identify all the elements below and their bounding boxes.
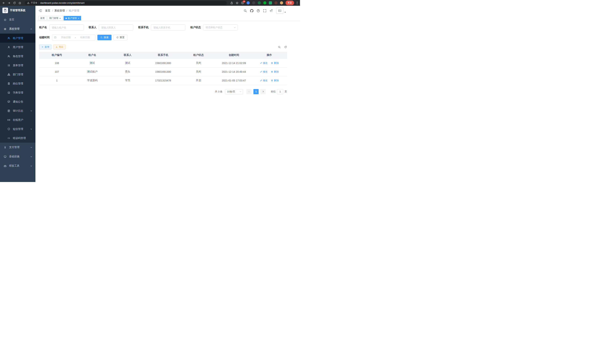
select-placeholder: 请选择租户状态 xyxy=(206,26,223,29)
toolbox-icon xyxy=(4,165,7,167)
start-date-placeholder: 开始日期 xyxy=(58,36,74,39)
search-button-label: 搜索 xyxy=(104,36,109,39)
font-size-icon[interactable] xyxy=(270,9,273,12)
trash-icon xyxy=(271,79,273,82)
extension-puzzle-icon[interactable] xyxy=(274,1,278,4)
chrome-profile-avatar[interactable] xyxy=(280,1,283,4)
status-select[interactable]: 请选择租户状态 xyxy=(203,25,238,30)
page-number-1[interactable]: 1 xyxy=(253,89,259,94)
table-row: 108 测试 测试 15601691300 关闭 2021-12-14 21:0… xyxy=(39,59,287,67)
sidebar-item-label: 错误码管理 xyxy=(13,137,26,140)
hide-search-icon[interactable] xyxy=(278,46,281,48)
help-icon[interactable] xyxy=(257,9,260,12)
code-icon xyxy=(7,137,10,140)
breadcrumb-section[interactable]: 系统管理 xyxy=(54,9,65,12)
prev-page-button[interactable] xyxy=(246,89,252,94)
sidebar-item-menu[interactable]: 菜单管理 xyxy=(0,61,36,70)
edit-label: 修改 xyxy=(263,61,268,65)
sidebar-item-payment[interactable]: 支付管理 xyxy=(0,143,36,152)
sidebar-item-audit-log[interactable]: 审计日志 xyxy=(0,106,36,115)
sidebar-item-dev-tools[interactable]: 研发工具 xyxy=(0,161,36,170)
tab-home[interactable]: 首页 xyxy=(38,16,47,20)
tab-tenant[interactable]: 租户管理 × xyxy=(64,16,81,20)
github-icon[interactable] xyxy=(250,9,253,12)
book-icon xyxy=(7,91,10,94)
monitor-icon xyxy=(4,155,7,158)
refresh-icon[interactable] xyxy=(284,46,287,48)
sidebar-item-dict[interactable]: 字典管理 xyxy=(0,88,36,97)
mobile-input[interactable] xyxy=(151,25,186,30)
cell-id: 1 xyxy=(39,76,75,85)
add-button[interactable]: 新增 xyxy=(39,45,51,49)
extension-icon-4[interactable] xyxy=(258,1,261,4)
address-divider xyxy=(39,2,39,4)
fullscreen-icon[interactable] xyxy=(263,9,266,12)
edit-icon xyxy=(260,71,262,73)
sidebar-item-notice[interactable]: 通知公告 xyxy=(0,97,36,106)
delete-button[interactable]: 删除 xyxy=(271,79,279,82)
edit-button[interactable]: 修改 xyxy=(260,61,268,65)
extension-icon-6[interactable] xyxy=(269,1,272,4)
user-avatar-menu[interactable] xyxy=(276,8,286,14)
sidebar-item-user[interactable]: 用户管理 xyxy=(0,43,36,52)
sidebar-item-online-user[interactable]: 在线用户 xyxy=(0,115,36,124)
extension-icon-5[interactable] xyxy=(263,1,266,4)
next-page-button[interactable] xyxy=(261,89,266,94)
active-tab-dot xyxy=(66,18,67,19)
close-icon[interactable]: × xyxy=(78,17,79,19)
sidebar-logo[interactable]: 芋道管理系统 xyxy=(0,6,36,15)
extension-icon-2[interactable] xyxy=(247,1,250,4)
goto-page-input[interactable] xyxy=(277,89,283,94)
sidebar-item-sms[interactable]: 短信管理 xyxy=(0,124,36,134)
chevron-down-icon xyxy=(30,146,32,149)
address-bar[interactable]: 不安全 dashboard.yudao.iocoder.cn/system/te… xyxy=(25,1,227,5)
bookmark-star-icon[interactable] xyxy=(236,1,239,4)
forward-icon[interactable] xyxy=(8,1,10,4)
export-button[interactable]: 导出 xyxy=(53,45,66,49)
delete-button[interactable]: 删除 xyxy=(271,70,279,74)
tab-dept[interactable]: 部门管理 × xyxy=(47,16,63,20)
trash-icon xyxy=(271,62,273,64)
tenant-name-input[interactable] xyxy=(49,25,84,30)
page-size-select[interactable]: 10条/页 xyxy=(225,89,243,94)
edit-button[interactable]: 修改 xyxy=(260,70,268,74)
cell-actions: 修改 删除 xyxy=(252,67,287,76)
page-content: 租户名 联系人 联系手机 租户状态 请选择租户状态 xyxy=(36,21,300,182)
export-button-label: 导出 xyxy=(59,46,63,49)
reload-icon[interactable] xyxy=(13,1,16,4)
sidebar-item-system[interactable]: 系统管理 xyxy=(0,24,36,34)
sidebar-item-tenant[interactable]: 租户管理 xyxy=(0,34,36,43)
sidebar-item-infra[interactable]: 基础设施 xyxy=(0,152,36,161)
extension-icon-3[interactable] xyxy=(252,1,255,4)
sidebar-item-label: 审计日志 xyxy=(13,109,23,113)
browser-home-icon[interactable] xyxy=(18,1,21,4)
filter-status: 租户状态 请选择租户状态 xyxy=(190,25,238,30)
browser-update-button[interactable]: 更新 xyxy=(286,0,294,5)
sidebar-item-label: 字典管理 xyxy=(13,91,23,94)
delete-button[interactable]: 删除 xyxy=(271,61,279,65)
search-button[interactable]: 搜索 xyxy=(97,35,112,40)
edit-button[interactable]: 修改 xyxy=(260,79,268,82)
url-text[interactable]: dashboard.yudao.iocoder.cn/system/tenant xyxy=(40,2,84,4)
sidebar-fold-icon[interactable] xyxy=(38,9,42,12)
search-icon[interactable] xyxy=(244,9,247,12)
extension-icon-1[interactable]: 10 xyxy=(241,1,244,4)
sidebar-item-home[interactable]: 首页 xyxy=(0,15,36,24)
reset-button[interactable]: 重置 xyxy=(113,35,127,40)
cell-contact: 测试 xyxy=(110,59,145,67)
breadcrumb-home[interactable]: 首页 xyxy=(45,9,50,12)
cell-mobile: 17321315478 xyxy=(145,76,181,85)
browser-menu-icon[interactable] xyxy=(297,1,298,5)
security-label[interactable]: 不安全 xyxy=(31,1,38,4)
sidebar-item-role[interactable]: 角色管理 xyxy=(0,52,36,61)
share-icon[interactable] xyxy=(230,1,233,4)
close-icon[interactable]: × xyxy=(59,17,61,19)
cell-name: 芋道源码 xyxy=(75,76,110,85)
date-range-picker[interactable]: 开始日期 - 结束日期 xyxy=(52,35,95,40)
cell-name: 测试租户 xyxy=(75,67,110,76)
sidebar-item-error-code[interactable]: 错误码管理 xyxy=(0,134,36,143)
back-icon[interactable] xyxy=(2,1,5,4)
sidebar-item-post[interactable]: 岗位管理 xyxy=(0,79,36,88)
contact-input[interactable] xyxy=(99,25,133,30)
sidebar-item-dept[interactable]: 部门管理 xyxy=(0,70,36,79)
